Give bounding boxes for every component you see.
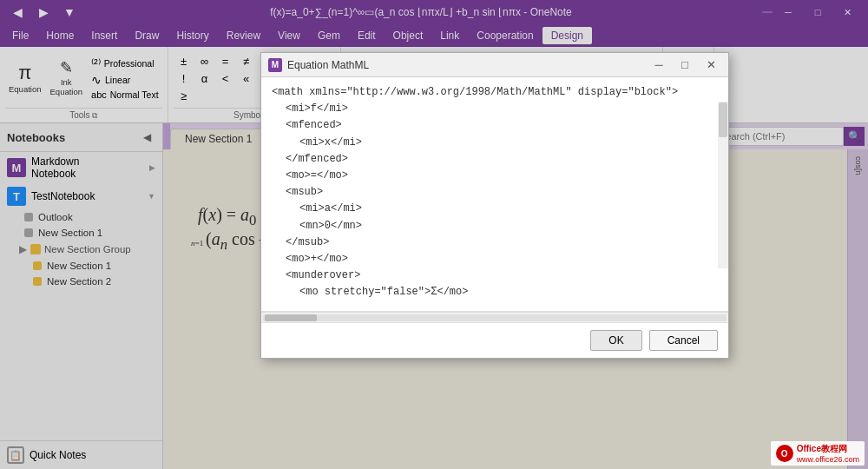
xml-line-3: <mfenced> — [272, 117, 718, 134]
xml-line-2: <mi>f</mi> — [272, 101, 718, 117]
modal-minimize-button[interactable]: ─ — [648, 56, 669, 75]
xml-line-1: <math xmlns="http://www.w3.org/1998/Math… — [272, 84, 718, 101]
xml-line-10: </msub> — [272, 234, 718, 251]
watermark-logo: O — [776, 445, 793, 462]
xml-line-9: <mn>0</mn> — [272, 218, 718, 234]
modal-scroll-thumb — [719, 102, 727, 137]
xml-line-11: <mo>+</mo> — [272, 251, 718, 268]
equation-mathml-dialog: M Equation MathML ─ □ ✕ <math xmlns="htt… — [260, 52, 729, 359]
xml-line-13: <mo stretchy="false">Σ</mo> — [272, 284, 718, 301]
modal-hscroll-thumb — [265, 314, 317, 321]
modal-footer: OK Cancel — [261, 322, 728, 358]
modal-scrollbar[interactable] — [718, 102, 728, 268]
watermark-text: Office教程网 www.office26.com — [797, 443, 859, 464]
watermark: O Office教程网 www.office26.com — [771, 441, 865, 466]
xml-line-5: </mfenced> — [272, 151, 718, 168]
modal-hscroll-track — [263, 314, 727, 321]
modal-close-button[interactable]: ✕ — [700, 56, 721, 75]
xml-line-6: <mo>=</mo> — [272, 168, 718, 184]
modal-icon: M — [268, 58, 282, 72]
ok-button[interactable]: OK — [590, 330, 641, 351]
watermark-content: O Office教程网 www.office26.com — [776, 443, 859, 464]
modal-xml-content[interactable]: <math xmlns="http://www.w3.org/1998/Math… — [261, 77, 728, 312]
modal-body: <math xmlns="http://www.w3.org/1998/Math… — [261, 77, 728, 312]
xml-line-8: <mi>a</mi> — [272, 201, 718, 217]
modal-hscrollbar[interactable] — [261, 312, 728, 322]
modal-overlay: M Equation MathML ─ □ ✕ <math xmlns="htt… — [0, 0, 868, 469]
xml-line-4: <mi>x</mi> — [272, 135, 718, 151]
cancel-button[interactable]: Cancel — [649, 330, 718, 351]
xml-line-7: <msub> — [272, 184, 718, 201]
xml-line-12: <munderover> — [272, 268, 718, 284]
watermark-line2: www.office26.com — [797, 455, 859, 464]
modal-title: Equation MathML — [287, 59, 643, 71]
modal-titlebar: M Equation MathML ─ □ ✕ — [261, 53, 728, 77]
modal-maximize-button[interactable]: □ — [674, 56, 695, 75]
watermark-line1: Office教程网 — [797, 443, 859, 455]
